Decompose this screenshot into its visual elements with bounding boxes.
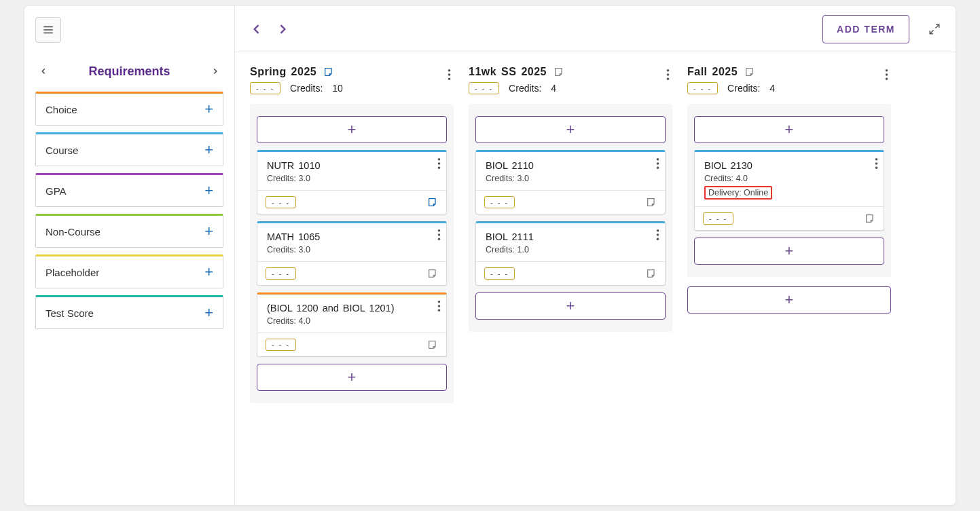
- add-course-button[interactable]: +: [694, 116, 884, 143]
- note-icon[interactable]: [744, 67, 755, 77]
- term-nav-prev-button[interactable]: [250, 22, 264, 36]
- note-icon[interactable]: [427, 339, 438, 350]
- term-body: +BIOL 2110Credits: 3.0- - -BIOL 2111Cred…: [469, 104, 672, 332]
- course-card[interactable]: BIOL 2111Credits: 1.0- - -: [475, 221, 666, 286]
- course-menu-button[interactable]: [656, 157, 659, 172]
- svg-point-10: [438, 167, 441, 170]
- course-card[interactable]: NUTR 1010Credits: 3.0- - -: [257, 150, 447, 214]
- term-menu-button[interactable]: [664, 66, 672, 86]
- course-delivery: Delivery: Online: [704, 186, 874, 200]
- course-status-pill[interactable]: - - -: [703, 212, 733, 225]
- course-credits: Credits: 3.0: [267, 174, 437, 183]
- requirement-label: Choice: [46, 104, 77, 115]
- svg-point-11: [438, 229, 441, 232]
- svg-point-18: [667, 73, 670, 76]
- course-credits: Credits: 3.0: [267, 245, 437, 254]
- course-name: NUTR 1010: [267, 160, 437, 171]
- svg-point-12: [438, 233, 441, 236]
- note-icon[interactable]: [323, 67, 334, 77]
- requirement-item[interactable]: Test Score+: [35, 295, 223, 329]
- course-status-pill[interactable]: - - -: [266, 196, 296, 208]
- add-term-button[interactable]: ADD TERM: [822, 15, 909, 43]
- add-course-button[interactable]: +: [475, 292, 666, 320]
- requirement-item[interactable]: Choice+: [35, 92, 223, 126]
- term-menu-button[interactable]: [882, 66, 891, 86]
- course-card[interactable]: BIOL 2130Credits: 4.0Delivery: Online- -…: [694, 150, 884, 231]
- note-icon[interactable]: [646, 197, 657, 208]
- note-icon[interactable]: [427, 197, 438, 208]
- chevron-right-icon: [211, 67, 220, 76]
- course-menu-button[interactable]: [437, 300, 441, 314]
- add-course-button[interactable]: +: [694, 238, 884, 265]
- requirements-next-button[interactable]: [207, 63, 223, 79]
- course-name: BIOL 2130: [704, 160, 874, 171]
- term-title: 11wk SS 2025: [469, 66, 547, 78]
- term-body: +BIOL 2130Credits: 4.0Delivery: Online- …: [687, 104, 891, 277]
- requirements-prev-button[interactable]: [35, 63, 52, 79]
- add-course-button[interactable]: +: [257, 116, 447, 143]
- term-title: Fall 2025: [687, 66, 738, 78]
- expand-icon: [928, 23, 941, 35]
- term-column: Fall 2025- - -Credits: 4+BIOL 2130Credit…: [687, 66, 891, 314]
- course-card[interactable]: MATH 1065Credits: 3.0- - -: [257, 221, 447, 286]
- plus-icon: +: [204, 102, 213, 117]
- term-title: Spring 2025: [250, 66, 316, 78]
- course-card[interactable]: BIOL 2110Credits: 3.0- - -: [475, 150, 666, 214]
- add-course-button[interactable]: +: [257, 364, 447, 391]
- course-card[interactable]: (BIOL 1200 and BIOL 1201)Credits: 4.0- -…: [257, 292, 447, 357]
- requirement-item[interactable]: GPA+: [35, 173, 223, 207]
- hamburger-icon: [42, 24, 54, 36]
- course-menu-button[interactable]: [656, 229, 659, 243]
- term-status-pill[interactable]: - - -: [687, 82, 718, 94]
- add-course-button[interactable]: +: [475, 116, 666, 143]
- svg-point-29: [875, 158, 878, 161]
- requirement-label: Non-Course: [46, 226, 101, 238]
- course-status-pill[interactable]: - - -: [266, 267, 296, 280]
- plus-icon: +: [204, 265, 213, 280]
- course-credits: Credits: 4.0: [704, 174, 874, 183]
- note-icon[interactable]: [553, 67, 564, 77]
- course-name: BIOL 2110: [486, 160, 655, 171]
- svg-point-25: [657, 238, 659, 241]
- requirement-label: Course: [46, 145, 78, 156]
- term-nav-next-button[interactable]: [276, 22, 289, 36]
- requirement-item[interactable]: Placeholder+: [35, 254, 223, 288]
- top-bar: ADD TERM: [235, 6, 956, 52]
- svg-point-24: [657, 233, 659, 236]
- course-menu-button[interactable]: [437, 229, 441, 243]
- term-status-pill[interactable]: - - -: [469, 82, 499, 94]
- course-credits: Credits: 3.0: [486, 174, 655, 183]
- term-column: 11wk SS 2025- - -Credits: 4+BIOL 2110Cre…: [469, 66, 672, 332]
- chevron-left-icon: [39, 67, 48, 76]
- requirement-label: Placeholder: [46, 267, 99, 278]
- course-status-pill[interactable]: - - -: [484, 196, 515, 208]
- course-menu-button[interactable]: [875, 157, 878, 172]
- term-credits: Credits: 4: [509, 83, 556, 94]
- menu-toggle-button[interactable]: [35, 17, 61, 43]
- note-icon[interactable]: [427, 268, 438, 279]
- terms-row: Spring 2025- - -Credits: 10+NUTR 1010Cre…: [235, 52, 956, 417]
- svg-point-14: [438, 301, 441, 303]
- requirement-item[interactable]: Non-Course+: [35, 214, 223, 248]
- course-status-pill[interactable]: - - -: [266, 339, 296, 351]
- expand-button[interactable]: [928, 23, 941, 35]
- main-panel: ADD TERM Spring 2025- - -Credits: 10+NUT…: [235, 6, 956, 505]
- course-menu-button[interactable]: [437, 157, 441, 172]
- sidebar: Requirements Choice+Course+GPA+Non-Cours…: [24, 6, 235, 505]
- svg-line-4: [930, 30, 933, 33]
- term-status-pill[interactable]: - - -: [250, 82, 280, 94]
- requirement-item[interactable]: Course+: [35, 132, 223, 166]
- term-body: +NUTR 1010Credits: 3.0- - -MATH 1065Cred…: [250, 104, 454, 403]
- svg-point-20: [657, 158, 659, 161]
- requirement-label: Test Score: [46, 307, 94, 319]
- add-course-button[interactable]: +: [687, 286, 891, 314]
- note-icon[interactable]: [865, 213, 875, 224]
- note-icon[interactable]: [646, 268, 657, 279]
- svg-point-30: [875, 162, 878, 165]
- svg-point-23: [657, 229, 659, 232]
- course-status-pill[interactable]: - - -: [484, 267, 515, 280]
- term-header: 11wk SS 2025- - -Credits: 4: [469, 66, 672, 94]
- term-header: Spring 2025- - -Credits: 10: [250, 66, 454, 94]
- term-menu-button[interactable]: [445, 66, 454, 86]
- svg-point-15: [438, 305, 441, 307]
